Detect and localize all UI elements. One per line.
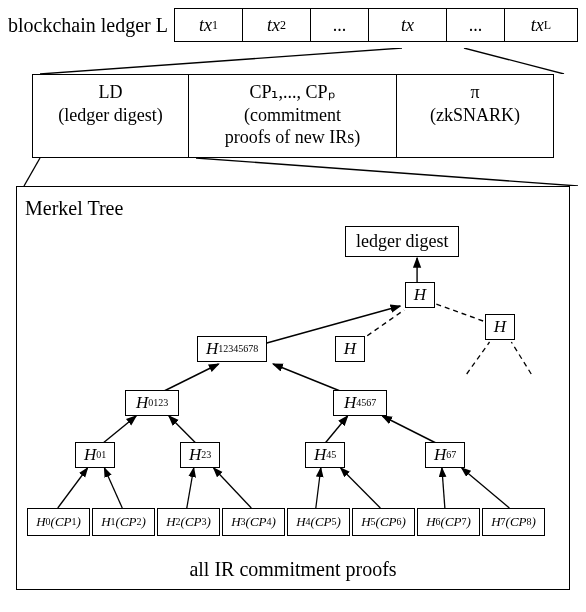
svg-line-22 [442,468,445,508]
h01-node: H01 [75,442,115,468]
svg-line-3 [196,158,578,186]
tx-table: tx1 tx2 ... tx ... txL [174,8,578,42]
cp-cell: CP₁,..., CPₚ (commitment proofs of new I… [189,75,397,157]
tx-cell: ... [311,9,369,41]
leaf-node: H7(CP8) [482,508,545,536]
merkle-title: Merkel Tree [25,197,561,220]
svg-line-8 [467,342,490,374]
ledger-digest-node: ledger digest [345,226,459,257]
merkle-box: Merkel Tree [16,186,570,590]
svg-line-20 [316,468,321,508]
svg-line-23 [462,468,510,508]
leaf-node: H6(CP7) [417,508,480,536]
svg-line-18 [187,468,194,508]
h12345678-node: H12345678 [197,336,267,362]
svg-line-2 [24,158,40,186]
leaf-node: H0(CP1) [27,508,90,536]
tx-detail-row: LD (ledger digest) CP₁,..., CPₚ (commitm… [32,74,554,158]
pi-label: π [403,81,547,104]
ld-cell: LD (ledger digest) [33,75,189,157]
svg-line-1 [464,48,564,74]
h67-node: H67 [425,442,465,468]
leaf-node: H2(CP3) [157,508,220,536]
leaf-node: H5(CP6) [352,508,415,536]
h23-node: H23 [180,442,220,468]
leaf-node: H4(CP5) [287,508,350,536]
svg-line-19 [214,468,252,508]
root-hash-node: H [405,282,435,308]
tx-cell: tx1 [175,9,243,41]
svg-line-7 [436,304,492,324]
leaf-node: H1(CP2) [92,508,155,536]
tx-cell: ... [447,9,505,41]
svg-line-0 [40,48,402,74]
connector-1 [8,48,578,74]
svg-line-16 [58,468,88,508]
connector-2 [8,158,578,186]
merkle-caption: all IR commitment proofs [25,558,561,581]
cp-desc1: (commitment [195,104,390,127]
svg-line-17 [104,468,122,508]
svg-line-5 [263,306,400,344]
ld-label: LD [39,81,182,104]
svg-line-21 [341,468,381,508]
h45-node: H45 [305,442,345,468]
h-left-node: H [335,336,365,362]
ld-desc: (ledger digest) [39,104,182,127]
pi-cell: π (zkSNARK) [397,75,553,157]
tx-cell: txL [505,9,577,41]
merkle-tree: ledger digest H H H H12345678 H0123 H456… [25,224,561,554]
h-right-node: H [485,314,515,340]
h4567-node: H4567 [333,390,387,416]
leaf-node: H3(CP4) [222,508,285,536]
h0123-node: H0123 [125,390,179,416]
tx-cell: tx2 [243,9,311,41]
ledger-label: blockchain ledger L [8,14,168,37]
cp-desc2: proofs of new IRs) [195,126,390,149]
svg-line-9 [511,342,531,374]
tree-edges [25,224,561,554]
pi-desc: (zkSNARK) [403,104,547,127]
cp-label: CP₁,..., CPₚ [195,81,390,104]
ledger-row: blockchain ledger L tx1 tx2 ... tx ... t… [8,8,578,42]
tx-cell: tx [369,9,447,41]
